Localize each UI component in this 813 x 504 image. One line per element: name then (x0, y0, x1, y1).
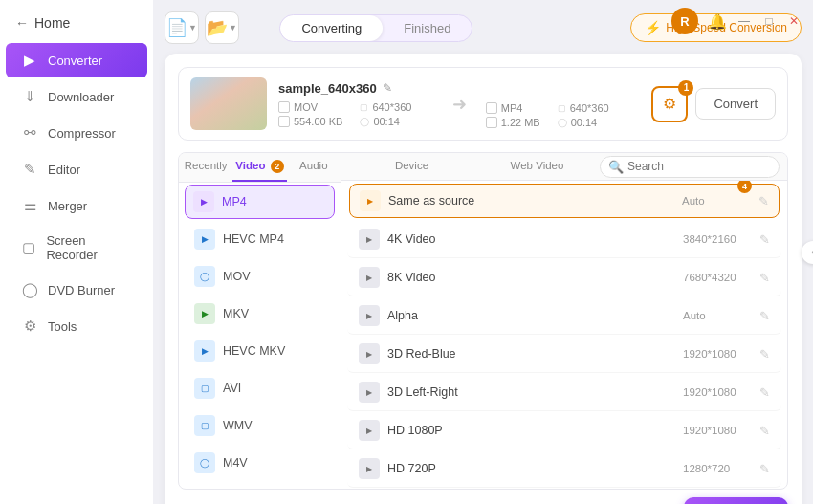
sidebar-item-editor[interactable]: ✎ Editor (6, 152, 147, 186)
format-item-mov[interactable]: ◯ MOV (183, 258, 337, 295)
sidebar-item-merger[interactable]: ⚌ Merger (6, 188, 147, 223)
quality-item-alpha[interactable]: ▶ Alpha Auto ✎ (347, 297, 781, 335)
quality-name: Alpha (387, 309, 683, 322)
quality-list: ▶ Same as source Auto ✎ 4 ▶ 4K Video 384… (341, 181, 787, 489)
quality-item-8k[interactable]: ▶ 8K Video 7680*4320 ✎ (347, 259, 781, 296)
quality-search-input[interactable] (627, 160, 771, 173)
sidebar-item-label: Downloader (48, 90, 114, 104)
bell-icon[interactable]: 🔔 (708, 12, 727, 31)
merger-icon: ⚌ (21, 197, 38, 214)
sidebar-back[interactable]: ← Home (0, 8, 153, 42)
tab-recently[interactable]: Recently (179, 153, 232, 182)
file-info: sample_640x360 ✎ MOV 554.00 KB (278, 81, 433, 127)
format-item-mp4[interactable]: ▶ MP4 (185, 185, 335, 219)
format-left-panel: Recently Video 2 Audio ▶ MP4 (179, 153, 341, 489)
format-item-mkv[interactable]: ▶ MKV (183, 296, 337, 332)
source-size: 554.00 KB (294, 116, 342, 127)
quality-item-hd-720p[interactable]: ▶ HD 720P 1280*720 ✎ (347, 450, 781, 488)
quality-item-3d-red-blue[interactable]: ▶ 3D Red-Blue 1920*1080 ✎ (347, 336, 781, 373)
convert-arrow-icon: ➜ (452, 94, 467, 115)
quality-edit-icon[interactable]: ✎ (758, 194, 769, 208)
downloader-icon: ⇓ (21, 88, 38, 105)
target-res: 640*360 (570, 102, 609, 114)
format-item-hevc-mp4[interactable]: ▶ HEVC MP4 (183, 221, 337, 257)
wmv-icon: ▢ (194, 415, 215, 436)
start-all-btn[interactable]: Start All (684, 497, 788, 504)
quality-edit-icon[interactable]: ✎ (759, 462, 770, 476)
target-file-info: MP4 1.22 MB ▢ 640*360 (486, 79, 641, 128)
close-btn[interactable]: ✕ (786, 14, 802, 28)
main-content: R 🔔 — □ ✕ 📄 ▼ 📂 ▼ Converting Finished (153, 0, 813, 504)
tab-converting[interactable]: Converting (280, 15, 383, 41)
quality-item-4k[interactable]: ▶ 4K Video 3840*2160 ✎ (347, 221, 781, 258)
add-file-dropdown-icon: ▼ (188, 23, 197, 33)
tab-video[interactable]: Video 2 (232, 153, 286, 182)
format-item-avi[interactable]: ▢ AVI (183, 370, 337, 406)
sidebar-item-label: Screen Recorder (46, 233, 132, 262)
user-avatar[interactable]: R (671, 8, 698, 34)
add-file-btn[interactable]: 📄 ▼ (165, 11, 199, 44)
target-meta: MP4 1.22 MB ▢ 640*360 (486, 102, 641, 128)
format-tabs: Recently Video 2 Audio (179, 153, 341, 183)
format-list: ▶ MP4 ▶ HEVC MP4 ◯ MOV ▶ (179, 183, 341, 489)
source-size-checkbox (278, 116, 290, 127)
sidebar-item-label: Merger (48, 199, 87, 213)
tab-audio[interactable]: Audio (287, 153, 341, 182)
sidebar-item-converter[interactable]: ▶ Converter (6, 43, 147, 77)
quality-item-same-as-source[interactable]: ▶ Same as source Auto ✎ 4 (349, 184, 780, 218)
format-select-icon: ⚙ (663, 95, 676, 113)
maximize-btn[interactable]: □ (761, 14, 777, 28)
source-meta: MOV 554.00 KB (278, 101, 342, 127)
source-format: MOV (294, 101, 318, 113)
thumbnail-img (190, 77, 267, 130)
sidebar-item-downloader[interactable]: ⇓ Downloader (6, 79, 147, 114)
mov-icon: ◯ (194, 266, 215, 287)
search-icon: 🔍 (608, 160, 624, 174)
sidebar-item-dvd-burner[interactable]: ◯ DVD Burner (6, 273, 147, 307)
hevc-mp4-icon: ▶ (194, 229, 215, 250)
tab-web-video[interactable]: Web Video (474, 153, 600, 180)
hd-720p-icon: ▶ (359, 458, 380, 479)
convert-btn[interactable]: Convert (695, 88, 776, 120)
quality-item-hd-1080p[interactable]: ▶ HD 1080P 1920*1080 ✎ (347, 412, 781, 449)
quality-name: Same as source (388, 194, 682, 208)
converter-icon: ▶ (21, 52, 38, 69)
format-item-hevc-mkv[interactable]: ▶ HEVC MKV (183, 333, 337, 369)
format-select-btn[interactable]: ⚙ 1 (651, 86, 688, 122)
home-label: Home (34, 15, 70, 31)
file-edit-icon[interactable]: ✎ (383, 81, 392, 95)
8k-icon: ▶ (359, 267, 380, 288)
quality-edit-icon[interactable]: ✎ (759, 271, 770, 285)
lightning-icon: ⚡ (645, 20, 661, 35)
hd-1080p-icon: ▶ (359, 420, 380, 441)
quality-edit-icon[interactable]: ✎ (759, 424, 770, 438)
add-folder-btn[interactable]: 📂 ▼ (205, 11, 239, 44)
quality-edit-icon[interactable]: ✎ (759, 385, 770, 400)
quality-res: 1920*1080 (683, 386, 759, 398)
minimize-btn[interactable]: — (736, 14, 752, 28)
add-folder-dropdown-icon: ▼ (229, 23, 237, 33)
topbar-left: 📄 ▼ 📂 ▼ (165, 11, 239, 44)
sidebar-item-screen-recorder[interactable]: ▢ Screen Recorder (6, 225, 147, 271)
quality-edit-icon[interactable]: ✎ (759, 232, 770, 247)
target-format: MP4 (501, 102, 523, 114)
format-item-wmv[interactable]: ▢ WMV (183, 407, 337, 444)
right-tabs-bar: Device Web Video 🔍 (341, 153, 787, 181)
target-meta1: MP4 1.22 MB (486, 102, 540, 128)
quality-item-3d-left-right[interactable]: ▶ 3D Left-Right 1920*1080 ✎ (347, 374, 781, 411)
screen-recorder-icon: ▢ (21, 239, 36, 256)
bottom-bar: Outp... File D... Start All (178, 497, 788, 504)
sidebar-item-tools[interactable]: ⚙ Tools (6, 309, 147, 343)
tab-device[interactable]: Device (349, 153, 474, 180)
editor-icon: ✎ (21, 161, 38, 178)
add-file-icon: 📄 (166, 17, 187, 38)
sidebar-item-compressor[interactable]: ⚯ Compressor (6, 116, 147, 150)
quality-name: 8K Video (387, 271, 683, 284)
titlebar: R 🔔 — □ ✕ (671, 8, 802, 34)
video-thumbnail (190, 77, 267, 130)
format-item-m4v[interactable]: ◯ M4V (183, 445, 337, 481)
quality-edit-icon[interactable]: ✎ (759, 347, 770, 362)
tab-finished[interactable]: Finished (383, 15, 472, 41)
source-checkbox (278, 101, 290, 113)
quality-edit-icon[interactable]: ✎ (759, 309, 770, 323)
